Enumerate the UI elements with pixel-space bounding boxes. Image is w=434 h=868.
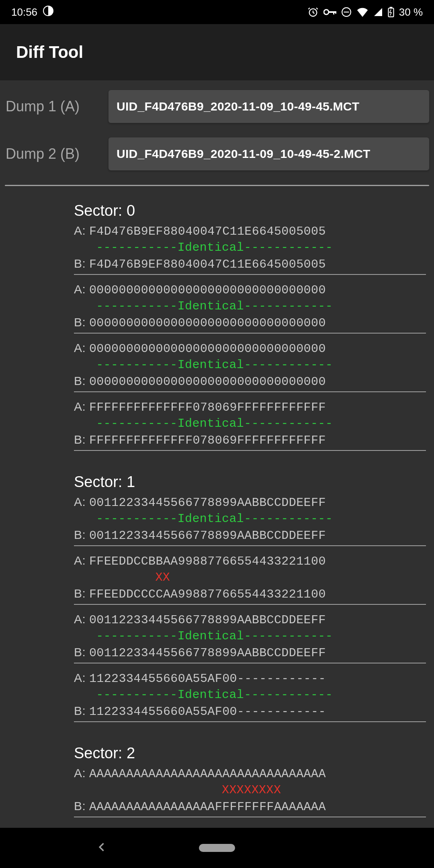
line-a: A: BBBBBBBBBBBBBBBBBBBBBBBBBBBBBBFF	[74, 824, 426, 828]
line-b: B: 00112233445566778899AABBCCDDEEFF	[74, 527, 426, 544]
dump-b-row: Dump 2 (B) UID_F4D476B9_2020-11-09_10-49…	[0, 137, 434, 170]
alarm-icon	[307, 6, 319, 18]
identical-marker: -----------Identical------------	[74, 511, 426, 527]
status-left: 10:56	[11, 6, 53, 19]
svg-rect-4	[333, 11, 334, 14]
diff-block: A: 00112233445566778899AABBCCDDEEFF ----…	[74, 494, 426, 546]
diff-block: A: 00000000000000000000000000000000 ----…	[74, 281, 426, 334]
identical-marker: -----------Identical------------	[74, 357, 426, 373]
status-right: 30 %	[307, 6, 423, 18]
key-icon	[323, 8, 336, 16]
divider	[5, 185, 429, 186]
dump-a-label: Dump 1 (A)	[5, 98, 108, 115]
diff-block: A: BBBBBBBBBBBBBBBBBBBBBBBBBBBBBBFF ----…	[74, 824, 426, 828]
app-bar: Diff Tool	[0, 24, 434, 80]
diff-block: A: 00000000000000000000000000000000 ----…	[74, 340, 426, 392]
line-b: B: 00000000000000000000000000000000	[74, 314, 426, 331]
battery-icon	[388, 7, 394, 17]
diff-block: A: FFFFFFFFFFFFFF078069FFFFFFFFFFFF ----…	[74, 399, 426, 451]
dump-a-button[interactable]: UID_F4D476B9_2020-11-09_10-49-45.MCT	[108, 90, 429, 123]
line-b: B: 1122334455660A55AF00------------	[74, 703, 426, 720]
line-b: B: AAAAAAAAAAAAAAAAAFFFFFFFFAAAAAAA	[74, 798, 426, 815]
line-b: B: 00000000000000000000000000000000	[74, 373, 426, 390]
signal-icon	[373, 7, 383, 17]
diff-block: A: 00112233445566778899AABBCCDDEEFF ----…	[74, 611, 426, 663]
identical-marker: -----------Identical------------	[74, 628, 426, 644]
line-a: A: F4D476B9EF88040047C11E6645005005	[74, 223, 426, 240]
navigation-bar	[0, 828, 434, 868]
line-a: A: 00112233445566778899AABBCCDDEEFF	[74, 611, 426, 628]
sector-header: Sector: 1	[74, 473, 426, 491]
line-a: A: AAAAAAAAAAAAAAAAAAAAAAAAAAAAAAAA	[74, 765, 426, 782]
line-a: A: 00112233445566778899AABBCCDDEEFF	[74, 494, 426, 511]
status-bar: 10:56 30 %	[0, 0, 434, 24]
sector-header: Sector: 0	[74, 202, 426, 219]
diff-block: A: 1122334455660A55AF00------------ ----…	[74, 670, 426, 722]
line-b: B: F4D476B9EF88040047C11E6645005005	[74, 256, 426, 272]
wifi-icon	[356, 7, 368, 17]
line-a: A: 1122334455660A55AF00------------	[74, 670, 426, 687]
line-b: B: FFFFFFFFFFFFFF078069FFFFFFFFFFFF	[74, 432, 426, 448]
status-time: 10:56	[11, 6, 37, 18]
battery-percent: 30 %	[399, 6, 423, 18]
app-notification-icon	[43, 6, 53, 19]
back-button[interactable]	[96, 841, 108, 854]
do-not-disturb-icon	[341, 7, 352, 17]
diff-marker: XXXXXXXX	[74, 782, 426, 798]
sectors-container: Sector: 0A: F4D476B9EF88040047C11E664500…	[0, 202, 434, 828]
sector-header: Sector: 2	[74, 745, 426, 762]
diff-block: A: FFEEDDCCBBAA99887766554433221100 XX B…	[74, 553, 426, 605]
diff-block: A: F4D476B9EF88040047C11E6645005005 ----…	[74, 223, 426, 275]
svg-rect-5	[335, 11, 336, 14]
svg-rect-9	[390, 7, 392, 8]
identical-marker: -----------Identical------------	[74, 687, 426, 703]
page-title: Diff Tool	[16, 43, 83, 62]
line-a: A: 00000000000000000000000000000000	[74, 340, 426, 357]
identical-marker: -----------Identical------------	[74, 240, 426, 256]
dump-b-button[interactable]: UID_F4D476B9_2020-11-09_10-49-45-2.MCT	[108, 137, 429, 170]
dump-a-row: Dump 1 (A) UID_F4D476B9_2020-11-09_10-49…	[0, 90, 434, 123]
identical-marker: -----------Identical------------	[74, 416, 426, 432]
line-a: A: FFEEDDCCBBAA99887766554433221100	[74, 553, 426, 569]
content: Dump 1 (A) UID_F4D476B9_2020-11-09_10-49…	[0, 80, 434, 828]
line-b: B: FFEEDDCCCCAA99887766554433221100	[74, 585, 426, 602]
diff-marker: XX	[74, 569, 426, 585]
line-a: A: 00000000000000000000000000000000	[74, 281, 426, 298]
home-pill[interactable]	[199, 844, 235, 852]
dump-b-label: Dump 2 (B)	[5, 145, 108, 162]
line-a: A: FFFFFFFFFFFFFF078069FFFFFFFFFFFF	[74, 399, 426, 416]
svg-rect-3	[328, 11, 336, 13]
identical-marker: -----------Identical------------	[74, 298, 426, 314]
line-b: B: 00112233445566778899AABBCCDDEEFF	[74, 644, 426, 661]
svg-point-2	[324, 10, 329, 14]
diff-block: A: AAAAAAAAAAAAAAAAAAAAAAAAAAAAAAAA XXXX…	[74, 765, 426, 817]
